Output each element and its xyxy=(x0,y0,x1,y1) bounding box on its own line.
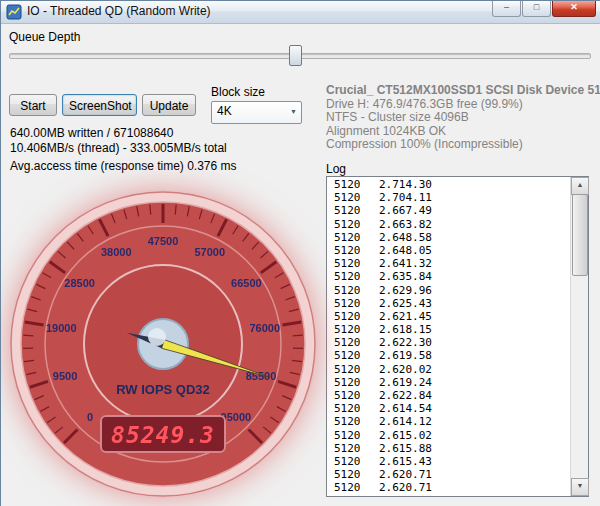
log-row[interactable]: 51202.620.71 xyxy=(334,468,571,481)
drive-alignment: Alignment 1024KB OK xyxy=(326,125,600,139)
log-scrollbar[interactable]: ▲ ▼ xyxy=(570,177,588,496)
log-row[interactable]: 51202.619.24 xyxy=(334,376,571,389)
app-window: IO - Threaded QD (Random Write) – □ ✕ Qu… xyxy=(0,0,600,506)
close-button[interactable]: ✕ xyxy=(552,1,596,17)
minor-tick xyxy=(23,335,33,336)
drive-capacity: Drive H: 476.9/476.3GB free (99.9%) xyxy=(326,98,600,112)
log-row[interactable]: 51202.625.43 xyxy=(334,297,571,310)
scroll-up-icon[interactable]: ▲ xyxy=(571,177,589,195)
log-row[interactable]: 51202.667.49 xyxy=(334,204,571,217)
hub-highlight xyxy=(148,328,166,346)
drive-model: Crucial_ CT512MX100SSD1 SCSI Disk Device… xyxy=(326,84,600,98)
scroll-down-icon[interactable]: ▼ xyxy=(571,478,589,496)
gauge-scale-number: 57000 xyxy=(194,246,225,258)
log-row[interactable]: 51202.614.12 xyxy=(334,415,571,428)
log-row[interactable]: 51202.622.84 xyxy=(334,389,571,402)
log-rows: 51202.714.3051202.704.1151202.667.495120… xyxy=(327,178,571,496)
block-size-label: Block size xyxy=(211,85,265,99)
log-row[interactable]: 51202.615.02 xyxy=(334,429,571,442)
gauge-scale-number: 76000 xyxy=(249,322,280,334)
iops-gauge: 0950019000285003800047500570006650076000… xyxy=(7,187,319,501)
update-button[interactable]: Update xyxy=(142,94,196,116)
window-controls: – □ ✕ xyxy=(491,1,596,17)
log-row[interactable]: 51202.621.45 xyxy=(334,310,571,323)
log-row[interactable]: 51202.629.96 xyxy=(334,284,571,297)
maximize-button[interactable]: □ xyxy=(522,1,551,17)
log-row[interactable]: 51202.615.43 xyxy=(334,455,571,468)
log-row[interactable]: 51202.618.15 xyxy=(334,323,571,336)
queue-depth-slider[interactable] xyxy=(9,43,591,67)
log-row[interactable]: 51202.648.05 xyxy=(334,244,571,257)
block-size-dropdown[interactable]: 4K ▼ xyxy=(211,101,302,124)
log-row[interactable]: 51202.622.30 xyxy=(334,336,571,349)
gauge-scale-number: 0 xyxy=(87,411,93,423)
minor-tick xyxy=(293,335,303,336)
log-row[interactable]: 51202.663.82 xyxy=(334,218,571,231)
lcd-value: 85249.3 xyxy=(111,422,215,448)
log-row[interactable]: 51202.614.54 xyxy=(334,402,571,415)
log-listbox[interactable]: 51202.714.3051202.704.1151202.667.495120… xyxy=(326,176,589,497)
drive-info-panel: Crucial_ CT512MX100SSD1 SCSI Disk Device… xyxy=(326,84,600,152)
minimize-button[interactable]: – xyxy=(492,1,521,17)
written-stat: 640.00MB written / 671088640 xyxy=(10,126,237,141)
stats-panel: 640.00MB written / 671088640 10.406MB/s … xyxy=(10,126,237,174)
access-time-stat: Avg.access time (response time) 0.376 ms xyxy=(10,159,237,174)
title-bar[interactable]: IO - Threaded QD (Random Write) – □ ✕ xyxy=(1,1,600,24)
client-area: Queue Depth Start ScreenShot Update Bloc… xyxy=(1,23,600,506)
throughput-stat: 10.406MB/s (thread) - 333.005MB/s total xyxy=(10,141,237,156)
gauge-scale-number: 66500 xyxy=(231,277,262,289)
gauge-scale-number: 19000 xyxy=(46,322,77,334)
chevron-down-icon[interactable]: ▼ xyxy=(290,102,297,121)
scrollbar-thumb[interactable] xyxy=(572,194,588,276)
gauge-title: RW IOPS QD32 xyxy=(116,382,210,397)
log-row[interactable]: 51202.615.88 xyxy=(334,442,571,455)
gauge-scale-number: 47500 xyxy=(148,235,179,247)
log-row[interactable]: 51202.714.30 xyxy=(334,178,571,191)
block-size-value: 4K xyxy=(217,104,232,118)
log-row[interactable]: 51202.620.71 xyxy=(334,481,571,494)
gauge-scale-number: 38000 xyxy=(101,246,132,258)
log-row[interactable]: 51202.641.32 xyxy=(334,257,571,270)
start-button[interactable]: Start xyxy=(9,94,57,116)
queue-depth-label: Queue Depth xyxy=(9,30,80,44)
log-row[interactable]: 51202.620.02 xyxy=(334,363,571,376)
screenshot-button[interactable]: ScreenShot xyxy=(62,94,137,116)
slider-thumb[interactable] xyxy=(289,45,302,66)
log-row[interactable]: 51202.704.11 xyxy=(334,191,571,204)
log-label: Log xyxy=(326,162,346,176)
log-row[interactable]: 51202.619.58 xyxy=(334,349,571,362)
log-row[interactable]: 51202.648.58 xyxy=(334,231,571,244)
gauge-scale-number: 28500 xyxy=(64,277,95,289)
drive-compression: Compression 100% (Incompressible) xyxy=(326,138,600,152)
app-icon[interactable] xyxy=(6,4,22,20)
log-row[interactable]: 51202.635.84 xyxy=(334,270,571,283)
window-title: IO - Threaded QD (Random Write) xyxy=(27,1,211,22)
gauge-scale-number: 9500 xyxy=(53,370,77,382)
drive-filesystem: NTFS - Cluster size 4096B xyxy=(326,111,600,125)
